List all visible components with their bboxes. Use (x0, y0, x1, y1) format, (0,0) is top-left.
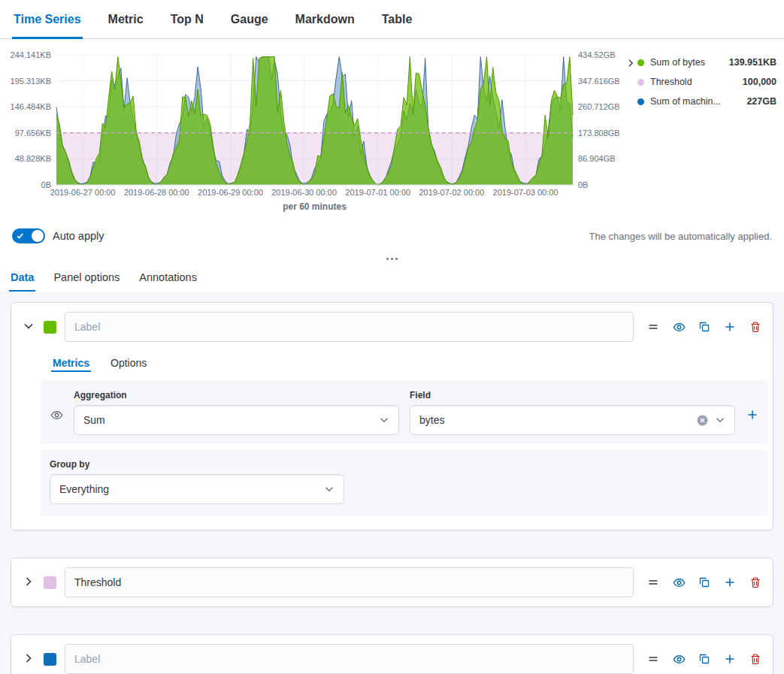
svg-text:per 60 minutes: per 60 minutes (283, 201, 347, 212)
legend-dot-pink (637, 79, 644, 86)
chart-legend: Sum of bytes 139.951KB Threshold 100,000… (637, 53, 784, 218)
legend-item-threshold[interactable]: Threshold 100,000 (637, 72, 776, 92)
group-by-value: Everything (59, 483, 324, 495)
series-sub-tabs: Metrics Options (51, 352, 773, 376)
svg-text:2019-07-01 00:00: 2019-07-01 00:00 (345, 188, 410, 197)
eye-icon[interactable] (672, 320, 686, 334)
series-expand-chevron-right-icon[interactable] (22, 652, 35, 666)
group-by-label: Group by (50, 459, 759, 470)
clone-series-icon[interactable] (698, 320, 711, 334)
legend-label: Threshold (650, 77, 737, 87)
clone-series-icon[interactable] (698, 576, 711, 589)
field-value: bytes (419, 414, 696, 426)
tab-panel-options[interactable]: Panel options (52, 263, 121, 292)
chevron-down-icon (715, 415, 725, 425)
subtab-metrics[interactable]: Metrics (51, 352, 91, 376)
svg-text:195.313KB: 195.313KB (11, 77, 51, 86)
metric-visibility-eye-icon[interactable] (50, 408, 63, 422)
add-series-icon[interactable] (723, 652, 737, 666)
time-series-chart: 0B0B48.828KB86.904GB97.656KB173.808GB146… (0, 47, 624, 218)
svg-text:97.656KB: 97.656KB (15, 128, 51, 138)
svg-text:0B: 0B (578, 180, 588, 189)
legend-label: Sum of machin... (650, 96, 740, 107)
svg-text:2019-06-28 00:00: 2019-06-28 00:00 (124, 188, 189, 197)
clear-field-icon[interactable] (696, 414, 709, 427)
aggregation-select[interactable]: Sum (74, 405, 399, 435)
aggregation-value: Sum (83, 414, 379, 426)
eye-icon[interactable] (672, 576, 686, 589)
legend-dot-green (637, 59, 644, 66)
svg-text:48.828KB: 48.828KB (15, 154, 51, 163)
add-series-icon[interactable] (723, 576, 737, 589)
svg-text:2019-07-02 00:00: 2019-07-02 00:00 (419, 188, 484, 197)
series-label-input[interactable] (65, 312, 634, 342)
add-series-icon[interactable] (723, 320, 737, 334)
legend-value: 139.951KB (729, 57, 776, 68)
field-label: Field (410, 390, 735, 400)
series-card-3 (11, 634, 773, 674)
series-card-2 (11, 558, 773, 607)
legend-item-sum-of-machine[interactable]: Sum of machin... 227GB (637, 92, 776, 111)
drag-handle-icon[interactable] (646, 320, 660, 334)
svg-text:434.52GB: 434.52GB (578, 50, 616, 59)
chevron-down-icon (379, 415, 389, 425)
subtab-options[interactable]: Options (109, 352, 148, 376)
delete-series-trash-icon[interactable] (749, 576, 762, 589)
delete-series-trash-icon[interactable] (749, 320, 762, 334)
svg-text:2019-06-30 00:00: 2019-06-30 00:00 (271, 188, 337, 197)
clone-series-icon[interactable] (698, 652, 711, 666)
svg-text:244.141KB: 244.141KB (11, 50, 51, 59)
tab-annotations[interactable]: Annotations (138, 263, 198, 292)
drag-handle-icon[interactable] (646, 576, 660, 589)
group-by-select[interactable]: Everything (50, 474, 344, 504)
tab-time-series[interactable]: Time Series (12, 0, 83, 38)
tab-gauge[interactable]: Gauge (229, 0, 270, 38)
series-color-swatch[interactable] (44, 653, 56, 666)
legend-dot-blue (637, 98, 644, 105)
svg-text:86.904GB: 86.904GB (578, 154, 616, 163)
series-color-swatch[interactable] (44, 321, 56, 334)
tab-metric[interactable]: Metric (107, 0, 145, 38)
legend-value: 100,000 (743, 77, 776, 87)
auto-apply-hint: The changes will be automatically applie… (589, 231, 772, 242)
series-collapse-chevron-down-icon[interactable] (22, 320, 35, 334)
panel-resize-handle[interactable] (0, 254, 784, 263)
svg-text:2019-06-27 00:00: 2019-06-27 00:00 (50, 188, 116, 197)
tab-top-n[interactable]: Top N (169, 0, 205, 38)
svg-text:173.808GB: 173.808GB (578, 128, 620, 138)
delete-series-trash-icon[interactable] (749, 652, 762, 666)
svg-text:2019-07-03 00:00: 2019-07-03 00:00 (493, 188, 558, 197)
series-color-swatch[interactable] (44, 576, 56, 589)
series-label-input[interactable] (65, 644, 634, 674)
auto-apply-label: Auto apply (53, 230, 104, 242)
tab-markdown[interactable]: Markdown (294, 0, 356, 38)
auto-apply-toggle[interactable] (12, 228, 45, 243)
series-card-1: Metrics Options Aggregation Sum (11, 302, 773, 530)
series-label-input[interactable] (65, 567, 634, 597)
svg-text:260.712GB: 260.712GB (578, 102, 620, 111)
aggregation-label: Aggregation (74, 390, 399, 400)
svg-text:2019-06-29 00:00: 2019-06-29 00:00 (198, 188, 263, 197)
chevron-down-icon (324, 484, 334, 494)
drag-handle-icon[interactable] (646, 652, 660, 666)
group-by-panel: Group by Everything (41, 450, 768, 516)
add-metric-plus-icon[interactable] (746, 408, 759, 422)
series-expand-chevron-right-icon[interactable] (22, 576, 35, 589)
tab-table[interactable]: Table (380, 0, 414, 38)
editor-tabs: Data Panel options Annotations (0, 263, 784, 292)
series-editor: Metrics Options Aggregation Sum (0, 292, 784, 674)
eye-icon[interactable] (672, 652, 686, 666)
metric-panel: Aggregation Sum Field bytes (41, 381, 768, 444)
toggle-knob (32, 230, 44, 242)
svg-text:146.484KB: 146.484KB (11, 102, 51, 111)
visualization-type-tabs: Time Series Metric Top N Gauge Markdown … (0, 0, 784, 39)
svg-text:347.616GB: 347.616GB (578, 77, 620, 86)
legend-value: 227GB (746, 96, 776, 107)
auto-apply-row: Auto apply The changes will be automatic… (0, 218, 784, 254)
check-icon (16, 231, 25, 240)
legend-collapse-chevron-icon[interactable] (624, 57, 637, 71)
tab-data[interactable]: Data (9, 263, 35, 292)
legend-label: Sum of bytes (650, 57, 723, 68)
field-select[interactable]: bytes (410, 405, 735, 435)
legend-item-sum-of-bytes[interactable]: Sum of bytes 139.951KB (637, 53, 776, 72)
